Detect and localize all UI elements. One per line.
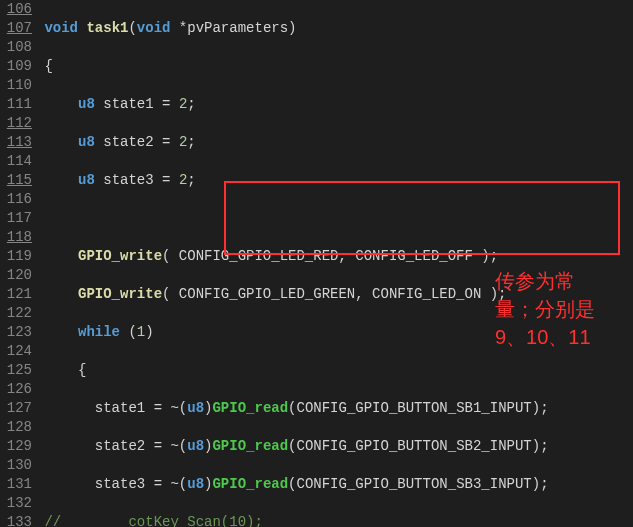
annotation-text: 传参为常 量；分别是 9、10、11 xyxy=(495,267,595,351)
line-number: 122 xyxy=(0,304,32,323)
line-number: 108 xyxy=(0,38,32,57)
line-number: 126 xyxy=(0,380,32,399)
line-number: 132 xyxy=(0,494,32,513)
annotation-line: 9、10、11 xyxy=(495,323,595,351)
line-number: 116 xyxy=(0,190,32,209)
line-number: 106 xyxy=(0,0,32,19)
line-number: 131 xyxy=(0,475,32,494)
code-editor: 106 107 108 109 110 111 112 113 114 115 … xyxy=(0,0,633,527)
line-number: 121 xyxy=(0,285,32,304)
line-number: 130 xyxy=(0,456,32,475)
line-number: 110 xyxy=(0,76,32,95)
line-number: 124 xyxy=(0,342,32,361)
line-number: 114 xyxy=(0,152,32,171)
line-number: 123 xyxy=(0,323,32,342)
line-number: 115 xyxy=(0,171,32,190)
line-number: 129 xyxy=(0,437,32,456)
line-number: 107 xyxy=(0,19,32,38)
code-area: void task1(void *pvParameters) { u8 stat… xyxy=(36,0,633,527)
annotation-line: 量；分别是 xyxy=(495,295,595,323)
line-number: 127 xyxy=(0,399,32,418)
line-number: 109 xyxy=(0,57,32,76)
line-number: 112 xyxy=(0,114,32,133)
annotation-line: 传参为常 xyxy=(495,267,595,295)
line-number: 113 xyxy=(0,133,32,152)
line-number: 133 xyxy=(0,513,32,527)
line-number: 125 xyxy=(0,361,32,380)
line-number: 119 xyxy=(0,247,32,266)
line-number-gutter: 106 107 108 109 110 111 112 113 114 115 … xyxy=(0,0,36,527)
line-number: 111 xyxy=(0,95,32,114)
line-number: 128 xyxy=(0,418,32,437)
line-number: 118 xyxy=(0,228,32,247)
line-number: 120 xyxy=(0,266,32,285)
line-number: 117 xyxy=(0,209,32,228)
